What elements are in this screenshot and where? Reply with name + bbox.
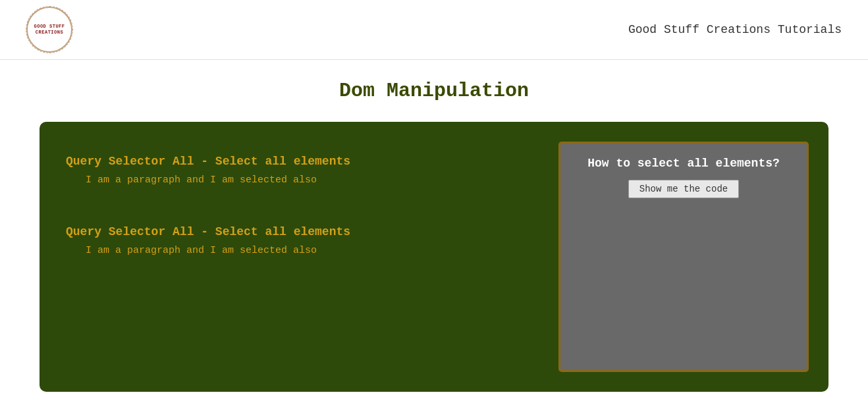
content-paragraph-1: I am a paragraph and I am selected also bbox=[66, 174, 532, 186]
nav-title: Good Stuff Creations Tutorials bbox=[628, 23, 842, 36]
content-block-2: Query Selector All - Select all elements… bbox=[66, 225, 532, 256]
code-card-title: How to select all elements? bbox=[574, 157, 794, 170]
logo: GOOD STUFF CREATIONS bbox=[26, 7, 72, 53]
header: GOOD STUFF CREATIONS Good Stuff Creation… bbox=[0, 0, 868, 60]
code-card: How to select all elements? Show me the … bbox=[558, 142, 809, 372]
content-paragraph-2: I am a paragraph and I am selected also bbox=[66, 245, 532, 256]
right-panel: How to select all elements? Show me the … bbox=[558, 142, 809, 372]
content-block-1: Query Selector All - Select all elements… bbox=[66, 155, 532, 186]
content-heading-2: Query Selector All - Select all elements bbox=[66, 225, 532, 238]
show-code-button[interactable]: Show me the code bbox=[628, 180, 739, 198]
page-title: Dom Manipulation bbox=[0, 80, 868, 102]
main-container: Query Selector All - Select all elements… bbox=[40, 122, 828, 392]
content-heading-1: Query Selector All - Select all elements bbox=[66, 155, 532, 168]
logo-decoration bbox=[26, 6, 73, 53]
content-area: Query Selector All - Select all elements… bbox=[59, 142, 539, 372]
page-title-section: Dom Manipulation bbox=[0, 60, 868, 115]
